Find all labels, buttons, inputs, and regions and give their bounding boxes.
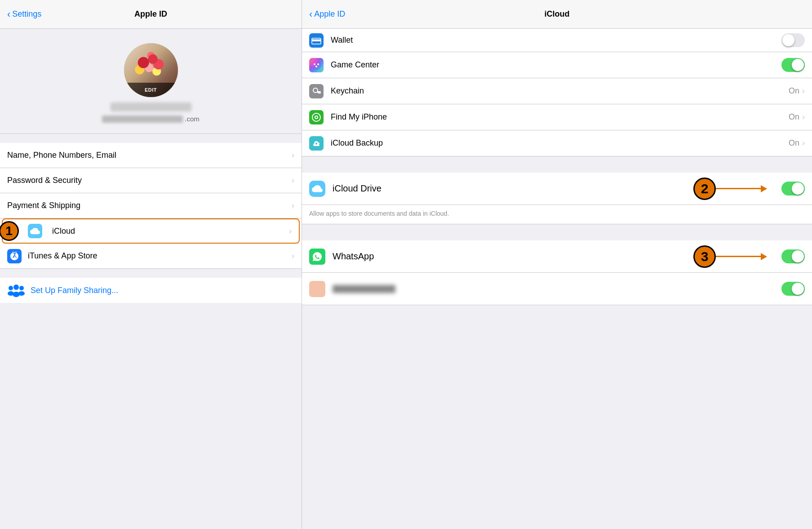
find-my-iphone-icon <box>309 110 324 124</box>
wallet-toggle-container <box>781 33 805 47</box>
family-sharing-label: Set Up Family Sharing... <box>31 286 118 295</box>
svg-point-5 <box>18 291 25 296</box>
profile-email-blurred <box>102 116 183 123</box>
step-2-badge: 2 <box>693 178 716 200</box>
game-center-label: Game Center <box>331 60 781 70</box>
step-3-number: 3 <box>701 249 709 264</box>
icloud-backup-value-container: On › <box>789 138 805 148</box>
game-center-toggle-container <box>781 58 805 72</box>
find-my-iphone-chevron-icon: › <box>802 112 805 122</box>
menu-item-itunes[interactable]: iTunes & App Store › <box>0 244 302 269</box>
svg-point-11 <box>315 66 317 67</box>
icloud-backup-icon <box>309 136 324 151</box>
find-my-iphone-label: Find My iPhone <box>331 112 789 122</box>
wallet-toggle[interactable] <box>781 33 805 47</box>
back-chevron-icon: ‹ <box>309 9 312 20</box>
wallet-label: Wallet <box>331 36 781 45</box>
avatar-edit-label: EDIT <box>145 87 157 93</box>
wallet-icon <box>309 33 324 48</box>
family-sharing-section: Set Up Family Sharing... <box>0 278 302 303</box>
toggle-knob <box>792 59 804 71</box>
profile-email-suffix: .com <box>185 115 200 123</box>
icloud-drive-description: Allow apps to store documents and data i… <box>302 205 812 224</box>
blurred-app-icon <box>309 281 325 297</box>
whatsapp-toggle-container <box>781 249 805 263</box>
svg-point-0 <box>9 286 13 290</box>
step-2-number: 2 <box>701 181 709 196</box>
icloud-backup-value: On <box>789 138 799 148</box>
menu-section: Name, Phone Numbers, Email › Password & … <box>0 143 302 269</box>
icloud-backup-chevron-icon: › <box>802 138 805 148</box>
profile-section: EDIT .com <box>0 29 302 134</box>
menu-item-password-label: Password & Security <box>7 176 292 185</box>
left-nav-title: Apple ID <box>134 9 167 19</box>
step3-annotation: 3 <box>693 245 767 268</box>
find-my-iphone-value: On <box>789 112 799 122</box>
keychain-item[interactable]: Keychain On › <box>302 78 812 104</box>
arrow-head-3-icon <box>761 253 767 260</box>
step3-arrow <box>716 253 767 260</box>
menu-item-icloud[interactable]: 1 iCloud › <box>2 218 300 244</box>
blurred-app-item[interactable] <box>302 273 812 305</box>
find-my-iphone-item[interactable]: Find My iPhone On › <box>302 104 812 130</box>
apple-id-back-button[interactable]: ‹ Apple ID <box>309 9 345 20</box>
arrow-line <box>716 188 761 189</box>
icloud-drive-section: iCloud Drive 2 <box>302 173 812 224</box>
game-center-toggle[interactable] <box>781 58 805 72</box>
whatsapp-item[interactable]: WhatsApp 3 <box>302 240 812 273</box>
gray-divider-1 <box>302 156 812 173</box>
find-my-iphone-value-container: On › <box>789 112 805 122</box>
whatsapp-icon <box>309 249 325 265</box>
family-sharing-icon <box>7 282 25 298</box>
icloud-drive-toggle[interactable] <box>781 182 805 196</box>
svg-rect-15 <box>318 93 319 93</box>
keychain-chevron-icon: › <box>802 86 805 96</box>
step-1-badge: 1 <box>0 221 19 241</box>
menu-item-payment[interactable]: Payment & Shipping › <box>0 193 302 218</box>
keychain-value-container: On › <box>789 86 805 96</box>
avatar[interactable]: EDIT <box>124 43 178 97</box>
svg-point-9 <box>314 63 315 65</box>
blurred-app-toggle-container <box>781 282 805 296</box>
right-panel: ‹ Apple ID iCloud Wallet <box>302 0 812 529</box>
keychain-value: On <box>789 86 799 96</box>
menu-item-password-security[interactable]: Password & Security › <box>0 168 302 193</box>
back-chevron-icon: ‹ <box>7 9 10 20</box>
menu-item-name-phone-label: Name, Phone Numbers, Email <box>7 151 292 160</box>
wallet-item[interactable]: Wallet <box>302 29 812 52</box>
menu-item-itunes-label: iTunes & App Store <box>28 251 292 261</box>
icloud-list-section: Wallet <box>302 29 812 156</box>
right-nav-bar: ‹ Apple ID iCloud <box>302 0 812 29</box>
step2-arrow <box>716 185 767 192</box>
icloud-drive-icon <box>309 181 325 197</box>
toggle-knob <box>782 34 794 46</box>
chevron-icon: › <box>292 176 294 185</box>
keychain-label: Keychain <box>331 86 789 96</box>
icloud-backup-item[interactable]: iCloud Backup On › <box>302 130 812 156</box>
blurred-app-name <box>333 285 395 293</box>
icloud-drive-item[interactable]: iCloud Drive 2 <box>302 173 812 205</box>
right-back-label: Apple ID <box>314 9 345 19</box>
svg-point-8 <box>311 60 321 70</box>
app-list-section: WhatsApp 3 <box>302 240 812 305</box>
icloud-drive-desc-text: Allow apps to store documents and data i… <box>309 210 449 217</box>
whatsapp-toggle[interactable] <box>781 249 805 263</box>
profile-name-blurred <box>111 102 191 111</box>
svg-point-1 <box>13 285 19 290</box>
blurred-app-toggle[interactable] <box>781 282 805 296</box>
chevron-icon: › <box>289 227 292 236</box>
back-label: Settings <box>12 9 41 19</box>
svg-point-2 <box>19 286 24 290</box>
menu-item-icloud-label: iCloud <box>52 227 289 236</box>
menu-item-payment-label: Payment & Shipping <box>7 201 292 210</box>
chevron-icon: › <box>292 201 294 210</box>
right-content: Wallet <box>302 29 812 529</box>
profile-email: .com <box>102 115 200 123</box>
appstore-icon <box>7 249 22 263</box>
step-1-number: 1 <box>5 224 13 238</box>
family-sharing-item[interactable]: Set Up Family Sharing... <box>0 278 302 303</box>
keychain-icon <box>309 84 324 98</box>
game-center-item[interactable]: Game Center <box>302 52 812 78</box>
settings-back-button[interactable]: ‹ Settings <box>7 9 41 20</box>
menu-item-name-phone[interactable]: Name, Phone Numbers, Email › <box>0 143 302 168</box>
